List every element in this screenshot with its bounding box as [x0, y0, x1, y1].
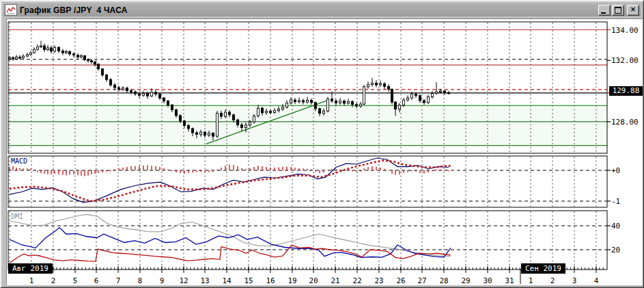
- maximize-button[interactable]: [612, 5, 624, 16]
- date-label: 12: [179, 276, 188, 285]
- date-axis: 1256789121314151619202122232627282930311…: [10, 266, 603, 285]
- chart-icon: [6, 6, 16, 14]
- macd-axis-label: +0: [611, 166, 620, 175]
- date-label: 28: [439, 276, 448, 285]
- dmi-chart-panel: [8, 211, 607, 270]
- chart-app-icon[interactable]: [5, 4, 17, 16]
- date-label: 16: [266, 276, 275, 285]
- date-label: 23: [374, 276, 383, 285]
- plus-di-line: [10, 228, 451, 258]
- macd-axis-label: -1: [611, 197, 620, 206]
- date-label: 2: [550, 276, 555, 285]
- date-label: 13: [200, 276, 209, 285]
- title-bar[interactable]: График GBP /JPY 4 ЧАСА ×: [3, 3, 641, 16]
- window-title: График GBP /JPY 4 ЧАСА: [20, 5, 128, 15]
- date-label: 20: [309, 276, 318, 285]
- date-label: 1: [29, 276, 34, 285]
- macd-histogram: [10, 164, 449, 176]
- date-label: 30: [483, 276, 492, 285]
- value-axis: 134.00132.00128.00+0-14020: [607, 26, 639, 255]
- date-label: 22: [352, 276, 361, 285]
- date-label: 8: [138, 276, 143, 285]
- close-button[interactable]: ×: [627, 5, 639, 16]
- chart-canvas[interactable]: 1256789121314151619202122232627282930311…: [7, 19, 642, 285]
- chart-window: График GBP /JPY 4 ЧАСА × 125678912131415…: [0, 0, 644, 288]
- dmi-axis-label: 40: [611, 222, 620, 231]
- dmi-axis-label: 20: [611, 246, 620, 254]
- month-badge-august: Авг 2019: [8, 263, 53, 274]
- date-label: 29: [461, 276, 470, 285]
- window-controls: ×: [598, 5, 639, 16]
- date-label: 1: [529, 276, 533, 285]
- date-label: 15: [244, 276, 253, 285]
- macd-signal-line: [10, 161, 452, 201]
- support-zone: [8, 105, 607, 145]
- date-label: 4: [594, 276, 599, 285]
- month-badge-september: Сен 2019: [521, 263, 565, 274]
- date-label: 2: [51, 276, 56, 285]
- macd-panel-label: MACD: [11, 157, 27, 165]
- minimize-button[interactable]: [598, 5, 611, 16]
- maximize-icon: [615, 7, 621, 14]
- dmi-panel-label: DMI: [11, 213, 23, 220]
- date-label: 9: [160, 276, 165, 285]
- date-label: 26: [396, 276, 405, 285]
- date-label: 27: [417, 276, 426, 285]
- date-label: 7: [116, 276, 121, 285]
- price-axis-label: 128.00: [611, 118, 639, 127]
- current-price-badge: 129.88: [609, 86, 643, 96]
- date-label: 19: [288, 276, 296, 285]
- date-label: 14: [222, 276, 232, 285]
- date-label: 31: [505, 276, 514, 285]
- date-label: 6: [94, 276, 99, 285]
- price-axis-label: 132.00: [611, 56, 639, 65]
- date-label: 5: [73, 276, 78, 285]
- chart-client-area: 1256789121314151619202122232627282930311…: [6, 18, 643, 285]
- date-label: 21: [331, 276, 339, 285]
- minimize-icon: [601, 12, 606, 14]
- date-label: 3: [572, 276, 577, 285]
- price-axis-label: 134.00: [611, 26, 639, 35]
- gridlines: [10, 211, 596, 269]
